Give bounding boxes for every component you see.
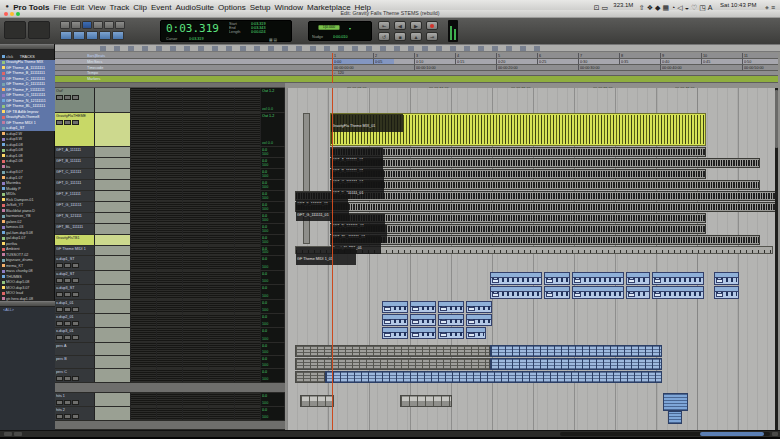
track-comments-cell[interactable] bbox=[95, 328, 131, 342]
track-comments-cell[interactable] bbox=[95, 369, 131, 382]
track-comments-cell[interactable] bbox=[95, 213, 131, 223]
menu-item-pro-tools[interactable]: Pro Tools bbox=[10, 3, 52, 12]
track-name-gravityflatheme[interactable]: GravityFlaTHEME bbox=[55, 113, 95, 146]
clip-gravityflstb1-01[interactable]: GravityFlsTB1_01 bbox=[330, 235, 760, 245]
track-name-gft-n-121111[interactable]: GFT_N_121111 bbox=[55, 213, 95, 223]
track-inserts-a-e-cell[interactable] bbox=[157, 314, 183, 327]
track-name-gft-c-111111[interactable]: GFT_C_111111 bbox=[55, 169, 95, 179]
clip-u-dup2-07-03-07[interactable]: u-dup2.07_03-07 bbox=[652, 286, 704, 299]
vertical-scroll-thumb[interactable] bbox=[775, 90, 778, 148]
clip-gravityfla-theme-mix-01[interactable]: GravityFla Theme MIX_01 bbox=[330, 113, 706, 146]
menu-item-help[interactable]: Help bbox=[352, 3, 374, 12]
track-sends-a-e-cell[interactable] bbox=[209, 147, 235, 157]
track-solo-button[interactable] bbox=[56, 376, 63, 381]
track-inserts-a-e-cell[interactable] bbox=[157, 191, 183, 201]
track-comments-cell[interactable] bbox=[95, 256, 131, 270]
clip-perc-a-02[interactable] bbox=[490, 345, 662, 357]
menu-item-view[interactable]: View bbox=[85, 3, 108, 12]
track-io-cell[interactable]: 0.0100 bbox=[261, 271, 285, 284]
track-mute-button[interactable] bbox=[64, 307, 71, 312]
track-solo-button[interactable] bbox=[56, 335, 63, 340]
track-sends-f-j-cell[interactable] bbox=[235, 356, 261, 368]
track-sends-a-e-cell[interactable] bbox=[209, 393, 235, 406]
track-sends-f-j-cell[interactable] bbox=[235, 147, 261, 157]
memory-indicator[interactable]: 323.1M bbox=[614, 2, 634, 9]
clip-gft-n-121111-01[interactable]: GFT_N_121111_01 bbox=[330, 213, 706, 223]
edit-canvas[interactable]: GravityFla Theme MIX_01GFT_A_111111_01GF… bbox=[287, 88, 778, 430]
transport-loop[interactable]: ↺ bbox=[378, 32, 390, 41]
grid-icon[interactable]: ▦ bbox=[662, 4, 669, 11]
clip-u-dup2-07-03-08[interactable]: u-dup2.07_03-08 bbox=[714, 286, 739, 299]
track-inserts-a-e-cell[interactable] bbox=[157, 271, 183, 284]
track-comments-cell[interactable] bbox=[95, 314, 131, 327]
track-inserts-f-j-cell[interactable] bbox=[183, 343, 209, 355]
track-inserts-f-j-cell[interactable] bbox=[183, 271, 209, 284]
track-comments-cell[interactable] bbox=[95, 393, 131, 406]
clip-u-dup1-07-03-06[interactable]: u-dup1.07_03-06 bbox=[626, 272, 650, 285]
grid-toggle-icons[interactable]: ▦ ▤ bbox=[269, 37, 277, 41]
track-inserts-a-e-cell[interactable] bbox=[157, 113, 183, 146]
track-io-cell[interactable]: 0.0100 bbox=[261, 202, 285, 212]
track-name-gft-b-111111[interactable]: GFT_B_111111 bbox=[55, 158, 95, 168]
track-inserts-f-j-cell[interactable] bbox=[183, 147, 209, 157]
track-sends-a-e-cell[interactable] bbox=[209, 369, 235, 382]
track-inserts-a-e-cell[interactable] bbox=[157, 369, 183, 382]
grid-value[interactable]: 1|0.000 bbox=[318, 25, 339, 29]
edit-tool-selector[interactable] bbox=[82, 21, 92, 29]
track-comments-cell[interactable] bbox=[95, 202, 131, 212]
track-io-cell[interactable]: Out 1-2vol 0.0 bbox=[261, 113, 285, 146]
track-inserts-f-j-cell[interactable] bbox=[183, 113, 209, 146]
tracks-list-header[interactable]: TRACKS bbox=[0, 44, 54, 50]
track-sends-f-j-cell[interactable] bbox=[235, 271, 261, 284]
track-io-cell[interactable]: 0.0100 bbox=[261, 356, 285, 368]
clip-gft-c-111111-01[interactable]: GFT_C_111111_01 bbox=[330, 169, 706, 179]
track-io-cell[interactable]: 0.0100 bbox=[261, 285, 285, 299]
menu-item-setup[interactable]: Setup bbox=[247, 3, 274, 12]
track-sends-a-e-cell[interactable] bbox=[209, 113, 235, 146]
track-inserts-a-e-cell[interactable] bbox=[157, 256, 183, 270]
track-io-cell[interactable]: 0.0100 bbox=[261, 343, 285, 355]
track-record-enable-button[interactable] bbox=[72, 335, 79, 340]
clip-x-dup1-08-01-02[interactable]: x-dup1.08_01-02 bbox=[410, 301, 436, 313]
input-source-icon[interactable]: A bbox=[708, 4, 713, 11]
track-instrument-cell[interactable] bbox=[131, 169, 157, 179]
track-inserts-f-j-cell[interactable] bbox=[183, 169, 209, 179]
track-name-gravityflstb1[interactable]: GravityFlsTB1 bbox=[55, 235, 95, 245]
track-solo-button[interactable] bbox=[56, 292, 63, 297]
track-inserts-a-e-cell[interactable] bbox=[157, 180, 183, 190]
clip-x-dup2-08-01-01[interactable]: x-dup2.08_01-01 bbox=[382, 314, 408, 326]
track-solo-button[interactable] bbox=[56, 95, 63, 100]
track-inserts-f-j-cell[interactable] bbox=[183, 300, 209, 313]
track-comments-cell[interactable] bbox=[95, 191, 131, 201]
track-sends-a-e-cell[interactable] bbox=[209, 169, 235, 179]
track-sends-a-e-cell[interactable] bbox=[209, 256, 235, 270]
clip-u-dup1-07-03-08[interactable]: u-dup1.07_03-08 bbox=[714, 272, 739, 285]
track-comments-cell[interactable] bbox=[95, 271, 131, 284]
transport-stop[interactable]: ■ bbox=[394, 32, 406, 41]
track-sends-f-j-cell[interactable] bbox=[235, 246, 261, 255]
track-record-enable-button[interactable] bbox=[72, 292, 79, 297]
track-inserts-a-e-cell[interactable] bbox=[157, 147, 183, 157]
track-name-gft-f-111111[interactable]: GFT_F_111111 bbox=[55, 191, 95, 201]
track-inserts-f-j-cell[interactable] bbox=[183, 314, 209, 327]
clip-u-dup1-07-03-05[interactable]: u-dup1.07_03-05 bbox=[572, 272, 624, 285]
track-sends-f-j-cell[interactable] bbox=[235, 213, 261, 223]
group-item-all[interactable]: <ALL> bbox=[0, 307, 55, 313]
track-record-enable-button[interactable] bbox=[72, 95, 79, 100]
track-sends-f-j-cell[interactable] bbox=[235, 300, 261, 313]
transport-ffwd[interactable]: ▲ bbox=[410, 32, 422, 41]
track-mute-button[interactable] bbox=[64, 95, 71, 100]
track-name-hits-1[interactable]: hits 1 bbox=[55, 393, 95, 406]
wifi-icon[interactable]: ◒ bbox=[685, 4, 689, 11]
track-record-enable-button[interactable] bbox=[72, 307, 79, 312]
clip-hits-2-01[interactable] bbox=[663, 393, 688, 411]
horizontal-scroll-thumb[interactable] bbox=[700, 432, 764, 436]
track-io-cell[interactable]: 0.0100 bbox=[261, 300, 285, 313]
status-right-button[interactable] bbox=[772, 432, 778, 436]
track-instrument-cell[interactable] bbox=[131, 314, 157, 327]
track-sends-a-e-cell[interactable] bbox=[209, 158, 235, 168]
status-left-button-2[interactable] bbox=[14, 432, 22, 436]
track-name-gf-theme-midi-1[interactable]: GF Theme MIDI 1 bbox=[55, 246, 95, 255]
edit-window-tabs[interactable] bbox=[4, 21, 26, 39]
track-io-cell[interactable]: 0.0100 bbox=[261, 235, 285, 245]
